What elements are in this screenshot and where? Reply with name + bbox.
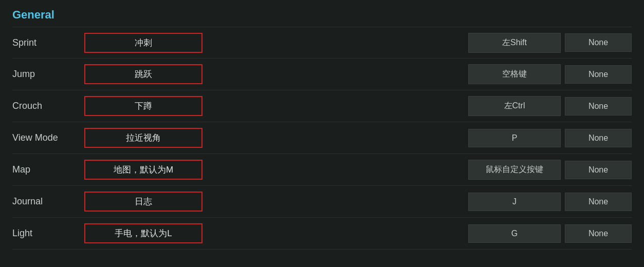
primary-key-label[interactable]: J — [468, 193, 561, 211]
secondary-key-label[interactable]: None — [565, 97, 632, 116]
primary-key-label[interactable]: 空格键 — [468, 64, 561, 84]
translated-label[interactable]: 地图，默认为M — [84, 160, 203, 180]
translated-name-box[interactable]: 跳跃 — [84, 64, 203, 84]
translated-label[interactable]: 冲刺 — [84, 33, 203, 53]
secondary-key-label[interactable]: None — [565, 161, 632, 179]
primary-key-label[interactable]: G — [468, 224, 561, 243]
primary-key-box[interactable]: 鼠标自定义按键 — [468, 160, 561, 180]
section-title: General — [12, 8, 632, 22]
secondary-key-box[interactable]: None — [565, 224, 632, 243]
keybind-row: Light 手电，默认为L G None — [12, 218, 632, 250]
keybind-row: Crouch 下蹲 左Ctrl None — [12, 90, 632, 122]
secondary-key-label[interactable]: None — [565, 129, 632, 147]
primary-key-label[interactable]: 鼠标自定义按键 — [468, 160, 561, 180]
primary-key-box[interactable]: 左Shift — [468, 33, 561, 53]
translated-label[interactable]: 拉近视角 — [84, 128, 203, 148]
secondary-key-box[interactable]: None — [565, 65, 632, 84]
main-container: General Sprint 冲刺 左Shift None Jump 跳跃 空格… — [0, 0, 644, 267]
action-name: Map — [12, 164, 84, 175]
secondary-key-label[interactable]: None — [565, 224, 632, 243]
keybind-row: View Mode 拉近视角 P None — [12, 122, 632, 154]
primary-key-box[interactable]: 左Ctrl — [468, 96, 561, 116]
keybind-row: Map 地图，默认为M 鼠标自定义按键 None — [12, 154, 632, 186]
translated-name-box[interactable]: 手电，默认为L — [84, 223, 203, 243]
action-name: Crouch — [12, 101, 84, 111]
translated-name-box[interactable]: 冲刺 — [84, 33, 203, 53]
keybind-row: Jump 跳跃 空格键 None — [12, 59, 632, 90]
primary-key-box[interactable]: P — [468, 129, 561, 147]
primary-key-box[interactable]: G — [468, 224, 561, 243]
translated-label[interactable]: 下蹲 — [84, 96, 203, 116]
translated-name-box[interactable]: 地图，默认为M — [84, 160, 203, 180]
secondary-key-box[interactable]: None — [565, 129, 632, 147]
secondary-key-label[interactable]: None — [565, 33, 632, 52]
secondary-key-label[interactable]: None — [565, 193, 632, 211]
action-name: Sprint — [12, 37, 84, 48]
action-name: Jump — [12, 69, 84, 80]
translated-name-box[interactable]: 下蹲 — [84, 96, 203, 116]
translated-label[interactable]: 手电，默认为L — [84, 223, 203, 243]
action-name: View Mode — [12, 132, 84, 143]
translated-name-box[interactable]: 拉近视角 — [84, 128, 203, 148]
primary-key-label[interactable]: P — [468, 129, 561, 147]
secondary-key-label[interactable]: None — [565, 65, 632, 84]
keybind-row: Sprint 冲刺 左Shift None — [12, 27, 632, 59]
secondary-key-box[interactable]: None — [565, 97, 632, 116]
primary-key-box[interactable]: 空格键 — [468, 64, 561, 84]
keybind-list: Sprint 冲刺 左Shift None Jump 跳跃 空格键 None — [12, 27, 632, 250]
translated-label[interactable]: 日志 — [84, 192, 203, 212]
action-name: Journal — [12, 196, 84, 207]
keybind-row: Journal 日志 J None — [12, 186, 632, 218]
primary-key-label[interactable]: 左Shift — [468, 33, 561, 53]
secondary-key-box[interactable]: None — [565, 193, 632, 211]
primary-key-label[interactable]: 左Ctrl — [468, 96, 561, 116]
primary-key-box[interactable]: J — [468, 193, 561, 211]
secondary-key-box[interactable]: None — [565, 161, 632, 179]
action-name: Light — [12, 228, 84, 239]
secondary-key-box[interactable]: None — [565, 33, 632, 52]
translated-label[interactable]: 跳跃 — [84, 64, 203, 84]
translated-name-box[interactable]: 日志 — [84, 192, 203, 212]
